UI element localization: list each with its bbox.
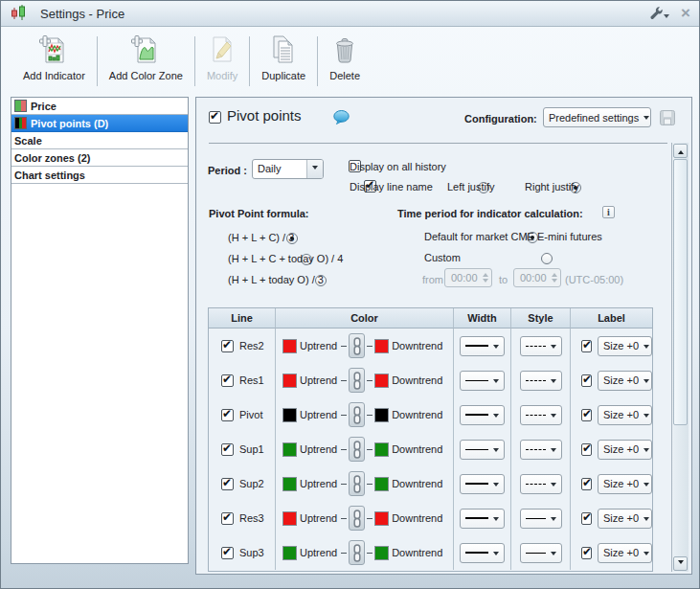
label-visible-checkbox[interactable] [581, 443, 592, 456]
configuration-dropdown[interactable]: Predefined settings [543, 107, 651, 127]
downtrend-color-swatch[interactable] [374, 477, 389, 491]
label-size-dropdown[interactable]: Size +0 [598, 440, 652, 460]
style-dropdown[interactable] [520, 509, 562, 529]
to-label: to [499, 274, 508, 285]
link-line [367, 346, 373, 347]
style-dropdown[interactable] [520, 371, 562, 391]
line-visible-checkbox[interactable] [221, 512, 234, 525]
link-colors-button[interactable] [349, 402, 365, 427]
uptrend-color-swatch[interactable] [282, 511, 297, 526]
line-name: Sup1 [239, 443, 264, 455]
sidebar-item-scale[interactable]: Scale [11, 132, 188, 149]
label-size-dropdown[interactable]: Size +0 [598, 543, 652, 563]
line-visible-checkbox[interactable] [221, 443, 234, 456]
sidebar-item-color-zones[interactable]: Color zones (2) [11, 149, 188, 167]
label-visible-checkbox[interactable] [581, 478, 592, 490]
right-justify-label: Right justify [525, 181, 579, 193]
line-visible-checkbox[interactable] [221, 547, 234, 559]
label-visible-checkbox[interactable] [581, 512, 592, 525]
uptrend-color-swatch[interactable] [282, 339, 297, 353]
label-size-dropdown[interactable]: Size +0 [598, 509, 652, 529]
width-dropdown[interactable] [460, 371, 505, 391]
style-dropdown[interactable] [520, 474, 562, 494]
link-colors-button[interactable] [349, 506, 365, 531]
custom-radio[interactable] [541, 253, 553, 264]
scrollbar-thumb[interactable] [673, 159, 688, 425]
width-dropdown[interactable] [460, 474, 505, 494]
label-size-dropdown[interactable]: Size +0 [598, 371, 652, 391]
link-line [341, 553, 347, 554]
style-dropdown[interactable] [520, 405, 562, 425]
downtrend-color-swatch[interactable] [374, 408, 389, 422]
style-dropdown[interactable] [520, 336, 562, 356]
style-dropdown[interactable] [520, 543, 562, 563]
chevron-down-icon [664, 14, 669, 21]
line-visible-checkbox[interactable] [221, 409, 234, 421]
column-header-label: Label [571, 308, 652, 328]
downtrend-color-swatch[interactable] [374, 374, 389, 388]
indicator-enabled-checkbox[interactable] [209, 111, 221, 124]
label-visible-checkbox[interactable] [581, 547, 592, 559]
uptrend-label: Uptrend [300, 340, 337, 351]
add-indicator-button[interactable]: Add Indicator [14, 34, 94, 81]
link-colors-button[interactable] [349, 368, 365, 393]
label-size-dropdown[interactable]: Size +0 [598, 474, 652, 494]
vertical-scrollbar[interactable] [671, 143, 689, 572]
uptrend-color-swatch[interactable] [282, 374, 297, 388]
uptrend-color-swatch[interactable] [282, 546, 297, 560]
width-dropdown[interactable] [460, 440, 505, 460]
downtrend-color-swatch[interactable] [374, 442, 389, 457]
period-dropdown[interactable]: Daily [252, 159, 324, 179]
link-line [341, 518, 347, 519]
label-size-dropdown[interactable]: Size +0 [598, 336, 652, 356]
label-visible-checkbox[interactable] [581, 374, 592, 387]
delete-button[interactable]: Delete [321, 34, 369, 81]
width-dropdown[interactable] [460, 405, 505, 425]
downtrend-color-swatch[interactable] [374, 339, 389, 353]
label-visible-checkbox[interactable] [581, 409, 592, 421]
table-header-row: Line Color Width Style Label [209, 308, 652, 328]
link-colors-button[interactable] [349, 540, 365, 565]
link-colors-button[interactable] [349, 333, 365, 358]
line-name: Pivot [239, 409, 262, 420]
tools-menu-button[interactable] [648, 6, 669, 22]
add-color-zone-button[interactable]: Add Color Zone [101, 34, 192, 81]
formula-section-title: Pivot Point formula: [209, 208, 309, 219]
delete-icon [329, 34, 360, 67]
indicator-title: Pivot points [227, 107, 302, 124]
duplicate-button[interactable]: Duplicate [253, 34, 314, 81]
pivot-points-series-icon [14, 117, 27, 129]
width-dropdown[interactable] [460, 509, 505, 529]
width-dropdown[interactable] [460, 336, 505, 356]
toolbar-separator [249, 36, 250, 86]
dropdown-arrow-button[interactable] [306, 160, 323, 178]
close-button[interactable]: × [681, 7, 690, 20]
sidebar-item-pivot-points[interactable]: Pivot points (D) [11, 115, 188, 132]
label-size-dropdown[interactable]: Size +0 [598, 405, 652, 425]
formula-option-label: (H + L + C) / 3 [228, 232, 294, 243]
style-dropdown[interactable] [520, 440, 562, 460]
line-name: Res2 [239, 340, 264, 351]
link-colors-button[interactable] [349, 437, 365, 462]
scroll-up-button[interactable] [673, 144, 688, 158]
uptrend-label: Uptrend [300, 478, 337, 489]
uptrend-color-swatch[interactable] [282, 442, 297, 457]
downtrend-color-swatch[interactable] [374, 511, 389, 526]
uptrend-color-swatch[interactable] [282, 408, 297, 422]
link-colors-button[interactable] [349, 471, 365, 496]
uptrend-color-swatch[interactable] [282, 477, 297, 491]
downtrend-color-swatch[interactable] [374, 546, 389, 560]
line-visible-checkbox[interactable] [221, 340, 234, 352]
info-icon[interactable]: i [602, 206, 615, 218]
table-row: Res1 Uptrend [209, 363, 652, 397]
scroll-down-button[interactable] [673, 556, 688, 571]
width-dropdown[interactable] [460, 543, 505, 563]
line-name: Res1 [239, 374, 264, 386]
line-name: Sup3 [239, 547, 264, 558]
label-visible-checkbox[interactable] [581, 340, 592, 352]
line-visible-checkbox[interactable] [221, 478, 234, 490]
sidebar-item-chart-settings[interactable]: Chart settings [11, 167, 188, 184]
speech-balloon-icon[interactable] [333, 110, 350, 127]
line-visible-checkbox[interactable] [221, 374, 234, 387]
sidebar-item-price[interactable]: Price [11, 98, 188, 115]
